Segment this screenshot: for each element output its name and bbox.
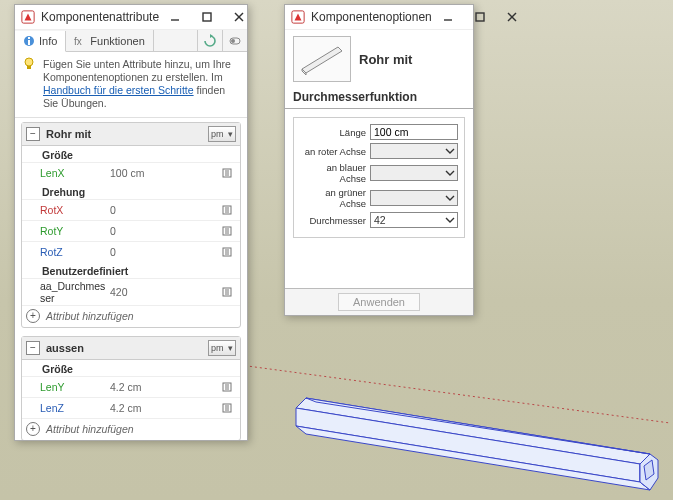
attr-value[interactable]: 420 <box>110 286 220 298</box>
attr-menu-icon[interactable] <box>220 245 234 259</box>
group-header[interactable]: − Rohr mit pm▾ <box>22 123 240 146</box>
field-durchmesser: Durchmesser 42 <box>300 212 458 228</box>
component-thumbnail <box>293 36 351 82</box>
attributes-maximize-button[interactable] <box>191 5 223 29</box>
collapse-icon[interactable]: − <box>26 341 40 355</box>
attr-menu-icon[interactable] <box>220 401 234 415</box>
section-groesse: Größe <box>22 146 240 162</box>
group-title: Rohr mit <box>46 128 208 140</box>
attributes-titlebar[interactable]: Komponentenattribute <box>15 5 247 30</box>
rote-achse-select[interactable] <box>370 143 458 159</box>
options-footer: Anwenden <box>285 288 473 315</box>
attr-row-rotx[interactable]: RotX 0 <box>22 199 240 220</box>
svg-rect-21 <box>27 66 31 69</box>
attr-row-lenz[interactable]: LenZ 4.2 cm <box>22 397 240 418</box>
attributes-title: Komponentenattribute <box>41 10 159 24</box>
laenge-input[interactable] <box>370 124 458 140</box>
group-menu-button[interactable]: pm▾ <box>208 340 236 356</box>
attr-name: LenY <box>40 381 110 393</box>
attr-row-leny[interactable]: LenY 4.2 cm <box>22 376 240 397</box>
toggle-icon <box>228 34 242 48</box>
component-attributes-window: Komponentenattribute Info fx Funkt <box>14 4 248 441</box>
add-attribute-label: Attribut hinzufügen <box>46 423 134 435</box>
group-rohr-mit: − Rohr mit pm▾ Größe LenX 100 cm Drehung… <box>21 122 241 328</box>
options-titlebar[interactable]: Komponentenoptionen <box>285 5 473 30</box>
component-subtitle: Durchmesserfunktion <box>285 88 473 109</box>
chevron-down-icon <box>445 168 455 178</box>
field-label: an blauer Achse <box>300 162 368 184</box>
options-close-button[interactable] <box>496 5 528 29</box>
svg-rect-60 <box>476 13 484 21</box>
attr-row-durchmesser[interactable]: aa_Durchmesser 420 <box>22 278 240 305</box>
field-label: Durchmesser <box>300 215 368 226</box>
section-groesse: Größe <box>22 360 240 376</box>
sketchup-icon <box>291 10 305 24</box>
field-laenge: Länge <box>300 124 458 140</box>
group-aussen: − aussen pm▾ Größe LenY 4.2 cm LenZ 4.2 … <box>21 336 241 441</box>
options-header: Rohr mit <box>285 30 473 88</box>
attr-row-lenx[interactable]: LenX 100 cm <box>22 162 240 183</box>
attr-menu-icon[interactable] <box>220 203 234 217</box>
gruene-achse-select[interactable] <box>370 190 458 206</box>
attr-menu-icon[interactable] <box>220 285 234 299</box>
attr-value[interactable]: 0 <box>110 225 220 237</box>
durchmesser-value: 42 <box>374 214 386 226</box>
svg-marker-63 <box>302 47 342 73</box>
options-title: Komponentenoptionen <box>311 10 432 24</box>
attr-value[interactable]: 0 <box>110 204 220 216</box>
attr-value[interactable]: 100 cm <box>110 167 220 179</box>
lightbulb-icon <box>21 56 37 72</box>
chevron-down-icon <box>445 215 455 225</box>
attr-name: RotY <box>40 225 110 237</box>
group-title: aussen <box>46 342 208 354</box>
collapse-icon[interactable]: − <box>26 127 40 141</box>
sketchup-viewport: Komponentenattribute Info fx Funkt <box>0 0 673 500</box>
group-header[interactable]: − aussen pm▾ <box>22 337 240 360</box>
attr-row-rotz[interactable]: RotZ 0 <box>22 241 240 262</box>
attr-menu-icon[interactable] <box>220 380 234 394</box>
attr-row-roty[interactable]: RotY 0 <box>22 220 240 241</box>
add-attribute-label: Attribut hinzufügen <box>46 310 134 322</box>
section-drehung: Drehung <box>22 183 240 199</box>
tab-info[interactable]: Info <box>15 31 66 52</box>
hint-prefix: Fügen Sie unten Attribute hinzu, um Ihre… <box>43 58 231 83</box>
attributes-body: − Rohr mit pm▾ Größe LenX 100 cm Drehung… <box>15 118 247 441</box>
group-menu-button[interactable]: pm▾ <box>208 126 236 142</box>
add-attribute-row[interactable]: + Attribut hinzufügen <box>22 418 240 440</box>
apply-button[interactable]: Anwenden <box>338 293 420 311</box>
attr-name: RotZ <box>40 246 110 258</box>
sketchup-icon <box>21 10 35 24</box>
field-blaue-achse: an blauer Achse <box>300 162 458 184</box>
svg-rect-11 <box>203 13 211 21</box>
hint-link[interactable]: Handbuch für die ersten Schritte <box>43 84 194 96</box>
pipe-model[interactable] <box>290 390 660 500</box>
refresh-icon <box>203 34 217 48</box>
svg-point-19 <box>231 39 235 43</box>
blaue-achse-select[interactable] <box>370 165 458 181</box>
attr-menu-icon[interactable] <box>220 166 234 180</box>
toggle-button[interactable] <box>222 30 247 51</box>
attr-menu-icon[interactable] <box>220 224 234 238</box>
svg-text:fx: fx <box>74 36 82 47</box>
fx-icon: fx <box>74 35 86 47</box>
svg-point-20 <box>25 58 33 66</box>
attr-name: LenX <box>40 167 110 179</box>
attributes-tab-bar: Info fx Funktionen <box>15 30 247 52</box>
field-label: an roter Achse <box>300 146 368 157</box>
attributes-close-button[interactable] <box>223 5 255 29</box>
attr-value[interactable]: 4.2 cm <box>110 402 220 414</box>
attributes-minimize-button[interactable] <box>159 5 191 29</box>
refresh-button[interactable] <box>197 30 222 51</box>
chevron-down-icon <box>445 146 455 156</box>
options-body: Länge an roter Achse an blauer Achse <box>285 109 473 288</box>
field-rote-achse: an roter Achse <box>300 143 458 159</box>
hint-text: Fügen Sie unten Attribute hinzu, um Ihre… <box>15 52 247 118</box>
options-minimize-button[interactable] <box>432 5 464 29</box>
durchmesser-select[interactable]: 42 <box>370 212 458 228</box>
attr-value[interactable]: 4.2 cm <box>110 381 220 393</box>
tab-functions[interactable]: fx Funktionen <box>66 30 153 51</box>
options-maximize-button[interactable] <box>464 5 496 29</box>
component-name: Rohr mit <box>359 52 412 67</box>
add-attribute-row[interactable]: + Attribut hinzufügen <box>22 305 240 327</box>
attr-value[interactable]: 0 <box>110 246 220 258</box>
